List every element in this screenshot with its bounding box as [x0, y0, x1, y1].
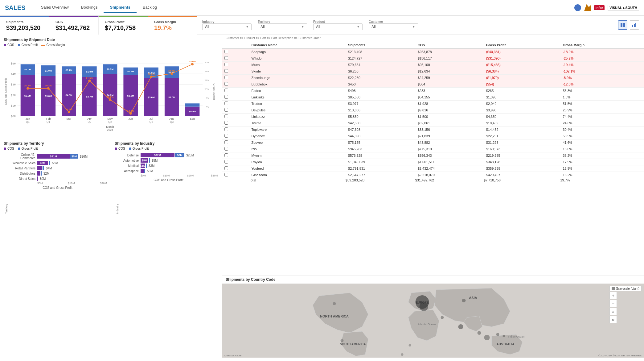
svg-text:$1.0M: $1.0M: [45, 69, 52, 72]
table-row[interactable]: Rhyloo $1,949,639 $1,601,511 $348,128 17…: [222, 159, 644, 165]
table-row[interactable]: Zooveo $75,175 $43,882 $31,293 41.6%: [222, 139, 644, 146]
row-checkbox[interactable]: [224, 114, 228, 118]
row-checkbox[interactable]: [224, 76, 228, 79]
cell-customer-name: Fadeo: [249, 88, 346, 94]
table-row[interactable]: Fadeo $498 $233 $265 53.3%: [222, 88, 644, 94]
tab-bookings[interactable]: Bookings: [75, 2, 104, 13]
filter-territory-select[interactable]: All ▼: [258, 23, 307, 30]
zoom-out-button[interactable]: −: [609, 300, 617, 307]
chart-view-icon[interactable]: [630, 20, 639, 30]
cell-margin: 38.2%: [560, 152, 644, 159]
cell-cos: $1,601,511: [415, 159, 484, 165]
map-style-label: Grayscale (Light): [609, 286, 642, 291]
row-checkbox[interactable]: [224, 108, 228, 112]
tab-shipments[interactable]: Shipments: [104, 2, 136, 13]
table-row[interactable]: Bubblebox $450 $504 ($54) -12.0%: [222, 81, 644, 88]
svg-text:Month: Month: [106, 125, 114, 128]
row-checkbox[interactable]: [224, 153, 228, 157]
home-button[interactable]: ⌂: [609, 308, 617, 315]
filter-customer-select[interactable]: All ▼: [369, 23, 418, 30]
cell-cos: $156,117: [415, 55, 484, 62]
table-row[interactable]: Izio $945,283 $775,310 $169,973 18.0%: [222, 146, 644, 152]
table-row[interactable]: Ginasoom $2,647,277 $2,218,070 $429,407 …: [222, 172, 644, 178]
table-row[interactable]: Skinte $6,250 $12,634 ($6,384) -102.1%: [222, 68, 644, 75]
svg-rect-5: [634, 24, 635, 27]
location-button[interactable]: ⊕: [609, 316, 617, 323]
table-row[interactable]: Devpulse $13,806 $9,816 $3,990 28.9%: [222, 107, 644, 114]
row-checkbox[interactable]: [224, 121, 228, 125]
table-row[interactable]: Muxo $79,664 $95,100 ($15,436) -19.4%: [222, 62, 644, 68]
cell-shipments: $450: [346, 81, 415, 88]
svg-text:Q1: Q1: [47, 120, 50, 123]
table-row[interactable]: Linklinks $85,550 $84,155 $1,395 1.6%: [222, 94, 644, 101]
row-checkbox[interactable]: [224, 82, 228, 86]
visual-south-logo: VISUAL▲SOUTH: [608, 5, 639, 10]
svg-text:$4M: $4M: [11, 73, 16, 76]
table-row[interactable]: Dynabox $44,090 $21,839 $22,251 50.5%: [222, 133, 644, 139]
table-row[interactable]: Topicware $47,608 $33,156 $14,452 30.4%: [222, 127, 644, 133]
map-title: Shipments by Country Code: [222, 276, 644, 284]
row-checkbox[interactable]: [224, 95, 228, 99]
svg-point-79: [129, 112, 132, 115]
header: SALES Sales Overview Bookings Shipments …: [0, 0, 644, 16]
aus-bubble: [496, 333, 499, 336]
chevron-down-icon: ▼: [412, 25, 415, 28]
table-row[interactable]: Linkbuzz $5,850 $1,500 $4,350 74.4%: [222, 114, 644, 120]
cell-margin: -18.9%: [560, 48, 644, 55]
filter-industry: Industry All ▼: [202, 20, 252, 30]
svg-text:14.6%: 14.6%: [127, 110, 134, 112]
list-item: Distributors $2M: [8, 171, 107, 176]
row-checkbox[interactable]: [224, 89, 228, 92]
col-gross-profit[interactable]: Gross Profit: [484, 42, 560, 48]
data-table[interactable]: Customer Name Shipments COS Gross Profit…: [222, 42, 644, 275]
tab-sales-overview[interactable]: Sales Overview: [35, 2, 75, 13]
shipments-by-date-chart: Shipments by Shipment Date COS Gross Pro…: [0, 35, 222, 138]
row-checkbox[interactable]: [224, 147, 228, 151]
svg-text:24%: 24%: [204, 70, 209, 73]
row-checkbox[interactable]: [224, 50, 228, 53]
filter-industry-select[interactable]: All ▼: [202, 23, 252, 30]
svg-text:$3.6M: $3.6M: [148, 96, 154, 99]
table-header-row: Customer Name Shipments COS Gross Profit…: [222, 42, 644, 48]
col-gross-margin[interactable]: Gross Margin: [560, 42, 644, 48]
svg-rect-4: [632, 25, 633, 27]
zoom-in-button[interactable]: +: [609, 292, 617, 299]
row-checkbox[interactable]: [224, 127, 228, 131]
table-view-icon[interactable]: [618, 20, 627, 30]
cell-margin: 28.9%: [560, 107, 644, 114]
kpi-section: Shipments $39,203,520 COS $31,492,762 Gr…: [0, 16, 197, 35]
table-row[interactable]: Trudoo $3,977 $1,928 $2,049 51.5%: [222, 101, 644, 107]
territory-x-label: COS and Gross Profit: [8, 186, 107, 189]
row-checkbox[interactable]: [224, 166, 228, 170]
list-item: Medical $3M $3M: [119, 164, 218, 168]
table-row[interactable]: Youfeed $2,791,831 $2,432,474 $359,358 1…: [222, 165, 644, 172]
cell-cos: $504: [415, 81, 484, 88]
tab-backlog[interactable]: Backlog: [137, 2, 163, 13]
table-row[interactable]: Wikido $124,727 $156,117 ($31,390) -25.2…: [222, 55, 644, 62]
territory-chart: Shipments by Territory COS Gross Profit …: [0, 138, 111, 359]
row-checkbox[interactable]: [224, 102, 228, 105]
filter-product-select[interactable]: All ▼: [313, 23, 363, 30]
cell-gp: ($6,384): [484, 68, 560, 75]
row-checkbox[interactable]: [224, 56, 228, 60]
col-cos[interactable]: COS: [415, 42, 484, 48]
header-logos: infor VISUAL▲SOUTH: [574, 4, 639, 11]
table-row[interactable]: Zoomlounge $22,280 $24,259 ($1,979) -8.9…: [222, 75, 644, 81]
table-row[interactable]: Twinte $42,500 $32,061 $10,439 24.6%: [222, 120, 644, 127]
svg-text:17.7%: 17.7%: [107, 96, 114, 98]
sea-bubble2: [484, 335, 490, 340]
col-shipments[interactable]: Shipments: [346, 42, 415, 48]
table-row[interactable]: Snaptags $213,498 $253,878 ($40,381) -18…: [222, 48, 644, 55]
row-checkbox[interactable]: [224, 160, 228, 164]
svg-text:$2M: $2M: [11, 94, 16, 97]
cell-shipments: $79,664: [346, 62, 415, 68]
col-customer-name[interactable]: Customer Name: [249, 42, 346, 48]
row-checkbox[interactable]: [224, 140, 228, 144]
row-checkbox[interactable]: [224, 69, 228, 73]
row-checkbox[interactable]: [224, 134, 228, 138]
svg-text:Mar: Mar: [67, 117, 71, 120]
table-row[interactable]: Mymm $576,328 $356,343 $219,985 38.2%: [222, 152, 644, 159]
row-checkbox[interactable]: [224, 63, 228, 66]
svg-rect-0: [621, 23, 622, 25]
row-checkbox[interactable]: [224, 173, 228, 176]
